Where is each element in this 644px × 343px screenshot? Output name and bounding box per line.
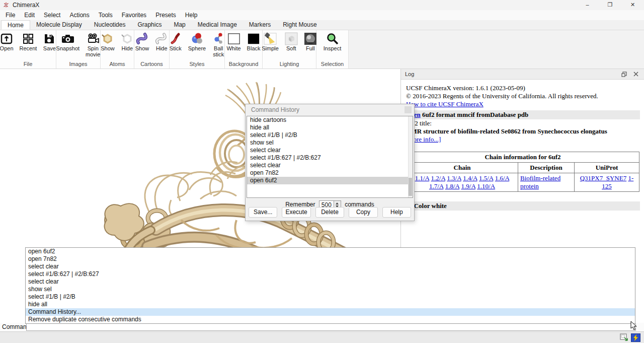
lighting-soft-button[interactable]: Soft: [284, 32, 299, 51]
chain-link[interactable]: 1.5/A: [479, 174, 494, 182]
fast-lightning-icon[interactable]: [631, 333, 640, 342]
dropdown-item[interactable]: select clear: [26, 263, 635, 270]
tab-molecule-display[interactable]: Molecule Display: [30, 20, 88, 30]
dropdown-item[interactable]: select #1/B | #2/B: [26, 293, 635, 301]
dropdown-item[interactable]: select #1/B:627 | #2/B:627: [26, 270, 635, 278]
history-item[interactable]: open 7n82: [247, 169, 413, 177]
dropdown-item[interactable]: open 6uf2: [26, 248, 635, 255]
close-panel-icon[interactable]: [632, 71, 640, 78]
chain-link[interactable]: 1.1/A: [415, 174, 430, 182]
lighting-full-button[interactable]: Full: [303, 32, 318, 51]
execute-button[interactable]: Execute: [282, 207, 310, 218]
toolbar-section-cartoons: Show Hide Cartoons: [134, 30, 170, 68]
dropdown-item[interactable]: select clear: [26, 278, 635, 286]
menu-actions[interactable]: Actions: [65, 10, 94, 20]
chain-link[interactable]: 1.8/A: [445, 182, 460, 190]
full-lighting-icon: [304, 32, 317, 45]
command-history-close-icon[interactable]: [405, 106, 412, 113]
cartoons-show-button[interactable]: Show: [134, 32, 150, 51]
command-history-dropdown: open 6uf2 open 7n82 select clear select …: [25, 247, 635, 324]
uniprot-link[interactable]: Q31PX7_SYNE7: [580, 174, 626, 182]
tool-label: Spin movie: [86, 45, 100, 57]
history-item[interactable]: show sel: [247, 139, 413, 147]
recent-button[interactable]: Recent: [19, 32, 38, 51]
chain-link[interactable]: 1.4/A: [463, 174, 477, 182]
command-history-title-bar[interactable]: Command History: [246, 104, 414, 115]
menu-help[interactable]: Help: [181, 10, 202, 20]
command-history-buttons: Save... Execute Delete Copy Help: [249, 207, 411, 218]
snapshot-button[interactable]: Snapshot: [55, 32, 80, 51]
tool-label: Stick: [170, 45, 182, 51]
chain-link[interactable]: 1.9/A: [461, 182, 476, 190]
toolbar-section-atoms: Show Hide Atoms: [101, 30, 134, 68]
scrollbar-thumb[interactable]: [409, 178, 412, 196]
command-input[interactable]: [26, 323, 636, 331]
tab-nucleotides[interactable]: Nucleotides: [88, 20, 132, 30]
copy-button[interactable]: Copy: [349, 207, 377, 218]
atoms-show-button[interactable]: Show: [100, 32, 116, 51]
section-label-file: File: [0, 61, 56, 68]
atoms-hide-button[interactable]: Hide: [120, 32, 135, 51]
save-button[interactable]: Save...: [249, 207, 277, 218]
chain-link[interactable]: 1.7/A: [429, 182, 444, 190]
dropdown-item[interactable]: hide all: [26, 301, 635, 308]
close-button-icon[interactable]: ✕: [621, 0, 644, 10]
chain-link[interactable]: 1.2/A: [431, 174, 446, 182]
menu-presets[interactable]: Presets: [151, 10, 181, 20]
ball-stick-button[interactable]: Ball stick: [211, 32, 226, 57]
history-item[interactable]: hide all: [247, 124, 413, 131]
history-item[interactable]: hide cartoons: [247, 116, 413, 124]
tab-right-mouse[interactable]: Right Mouse: [277, 20, 323, 30]
tool-label: Soft: [286, 45, 296, 51]
menu-edit[interactable]: Edit: [20, 10, 39, 20]
cartoons-hide-button[interactable]: Hide: [154, 32, 169, 51]
background-black-button[interactable]: Black: [246, 32, 262, 51]
history-item[interactable]: select clear: [247, 162, 413, 169]
float-panel-icon[interactable]: [620, 71, 628, 78]
history-item[interactable]: select #1/B:627 | #2/B:627: [247, 154, 413, 162]
spin-movie-button[interactable]: Spin movie: [85, 32, 101, 57]
section-label-styles: Styles: [170, 61, 224, 68]
resize-window-icon[interactable]: [620, 333, 628, 341]
maximize-button-icon[interactable]: ❐: [599, 0, 621, 10]
tab-medical-image[interactable]: Medical Image: [192, 20, 243, 30]
tab-home[interactable]: Home: [1, 20, 30, 30]
chain-link[interactable]: 1.10/A: [477, 182, 495, 190]
tab-markers[interactable]: Markers: [243, 20, 277, 30]
dropdown-item[interactable]: open 7n82: [26, 255, 635, 263]
inspect-button[interactable]: Inspect: [323, 32, 342, 51]
lighting-simple-button[interactable]: Simple: [261, 32, 280, 51]
cartoons-hide-icon: [155, 32, 168, 45]
tab-graphics[interactable]: Graphics: [131, 20, 168, 30]
history-scrollbar[interactable]: [408, 116, 413, 197]
menu-select[interactable]: Select: [39, 10, 65, 20]
stick-button[interactable]: Stick: [168, 32, 183, 51]
menu-tools[interactable]: Tools: [94, 10, 117, 20]
menu-favorites[interactable]: Favorites: [117, 10, 151, 20]
tab-map[interactable]: Map: [168, 20, 191, 30]
chain-link[interactable]: 1.3/A: [447, 174, 461, 182]
chain-link[interactable]: 1.6/A: [495, 174, 510, 182]
history-item[interactable]: select clear: [247, 147, 413, 154]
dropdown-item[interactable]: show sel: [26, 286, 635, 293]
title-bar: ChimeraX – ❐ ✕: [0, 0, 644, 10]
history-item-selected[interactable]: open 6uf2: [247, 177, 413, 184]
log-title-bar: Log: [401, 69, 644, 80]
ribbon-tab-bar: Home Molecule Display Nucleotides Graphi…: [0, 20, 644, 30]
dropdown-item-highlighted[interactable]: Command History...: [26, 308, 635, 316]
log-panel-title: Log: [401, 71, 620, 77]
sphere-button[interactable]: Sphere: [187, 32, 207, 51]
cite-link[interactable]: How to cite UCSF ChimeraX: [406, 100, 484, 108]
menu-file[interactable]: File: [1, 10, 20, 20]
section-label-background: Background: [225, 61, 262, 68]
background-white-button[interactable]: White: [225, 32, 242, 51]
status-bar: [0, 331, 644, 343]
help-button[interactable]: Help: [382, 207, 411, 218]
toolbar-section-lighting: Simple Soft Full Lighting: [263, 30, 316, 68]
history-item[interactable]: select #1/B | #2/B: [247, 131, 413, 139]
minimize-button-icon[interactable]: –: [576, 0, 599, 10]
description-link[interactable]: Biofilm-related protein: [520, 174, 560, 190]
open-button[interactable]: Open: [0, 32, 15, 51]
dropdown-item[interactable]: Remove duplicate consecutive commands: [26, 316, 635, 323]
delete-button[interactable]: Delete: [315, 207, 344, 218]
